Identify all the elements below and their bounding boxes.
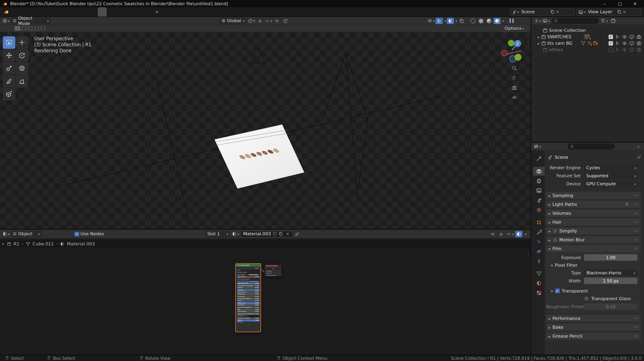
dropdown[interactable]: Cycles: [584, 164, 638, 171]
remove-view-layer-icon[interactable]: ×: [621, 10, 627, 14]
transparent-checkbox[interactable]: [555, 288, 560, 293]
transparent-subpanel[interactable]: Transparent: [546, 287, 641, 295]
scene-selector[interactable]: Scene ×: [510, 8, 575, 16]
properties-options-dropdown[interactable]: [637, 144, 642, 149]
panel-header[interactable]: Motion Blur: [546, 236, 641, 243]
tool-rotate[interactable]: [16, 49, 28, 62]
shader-overlays-dropdown[interactable]: [524, 231, 526, 237]
copy-material-icon[interactable]: [279, 232, 283, 236]
outliner-row-scene-collection[interactable]: Scene Collection: [533, 27, 644, 33]
shading-dropdown[interactable]: [502, 18, 504, 23]
outliner-search-input[interactable]: [551, 18, 599, 24]
tab-view-layer[interactable]: [533, 186, 545, 195]
ortho-grid-icon[interactable]: [511, 94, 518, 101]
select-mode-new-button[interactable]: [14, 26, 21, 31]
tool-add-cube[interactable]: [3, 88, 15, 100]
tab-material[interactable]: [533, 279, 545, 288]
panel-header[interactable]: Volumes: [546, 210, 641, 217]
drag-handle-icon[interactable]: [634, 228, 638, 233]
drag-handle-icon[interactable]: [634, 220, 638, 224]
node-canvas[interactable]: ▸ R1 › Cube.011 › Material.003 Principle…: [0, 239, 530, 355]
auto-offset-icon[interactable]: [489, 231, 496, 237]
new-collection-icon[interactable]: [609, 18, 617, 24]
disable-render-camera-icon[interactable]: [636, 47, 642, 52]
shading-rendered-button[interactable]: [493, 18, 501, 24]
tab-modifiers[interactable]: [533, 228, 545, 237]
select-mode-invert-button[interactable]: [34, 26, 40, 31]
snap-target-dropdown[interactable]: [265, 18, 272, 24]
properties-search-input[interactable]: [568, 143, 615, 149]
tab-output[interactable]: [533, 176, 545, 185]
node-socket-row[interactable]: GGX: [237, 270, 260, 272]
node-socket-row[interactable]: Alpha 1.000: [237, 320, 260, 322]
expand-icon[interactable]: [538, 41, 540, 46]
tool-annotate[interactable]: [3, 75, 15, 87]
mode-dropdown[interactable]: Object Mode: [10, 18, 51, 24]
node-socket-row[interactable]: Normal: [237, 322, 260, 324]
pin-icon[interactable]: [295, 232, 299, 237]
panel-header[interactable]: Light Paths: [546, 201, 641, 208]
shading-solid-button[interactable]: [477, 18, 485, 24]
filter-width-slider[interactable]: 1.50 px: [584, 278, 638, 284]
node-output-socket[interactable]: BSDF: [237, 268, 260, 270]
node-socket-row[interactable]: Anisotropic Rotation 0.000: [237, 298, 260, 300]
outliner-row-lits-cam-bg[interactable]: lits cam BG 2 ✓: [533, 40, 644, 46]
minimize-button[interactable]: –: [601, 2, 608, 6]
xray-toggle[interactable]: [458, 18, 465, 24]
roughness-threshold-slider[interactable]: 0.10: [584, 303, 638, 310]
workspace-tab[interactable]: [54, 7, 62, 17]
view-layer-selector[interactable]: View Layer ×: [576, 8, 642, 16]
snap-grid-dropdown[interactable]: [506, 231, 514, 237]
node-socket-row[interactable]: Transmission 0.000: [237, 311, 260, 313]
select-mode-subtract-button[interactable]: [27, 26, 33, 31]
disable-render-camera-icon[interactable]: [636, 41, 642, 46]
panel-header[interactable]: Sampling: [546, 192, 641, 199]
proportional-editing-icon[interactable]: [273, 18, 281, 24]
output-target-dropdown[interactable]: All: [266, 268, 281, 270]
material-slot-dropdown[interactable]: Slot 1: [205, 231, 230, 237]
selectable-cursor-icon[interactable]: [615, 41, 620, 46]
display-mode-dropdown[interactable]: [543, 18, 550, 24]
workspace-tab[interactable]: [71, 7, 80, 17]
tab-render[interactable]: [533, 167, 545, 176]
node-socket-row[interactable]: Anisotropic 0.000: [237, 296, 260, 298]
drag-handle-icon[interactable]: [634, 193, 638, 198]
close-button[interactable]: ✕: [632, 2, 638, 6]
camera-view-icon[interactable]: [511, 84, 518, 91]
tool-transform[interactable]: [16, 62, 28, 75]
unlink-material-icon[interactable]: ×: [285, 232, 290, 236]
pin-id-icon[interactable]: [637, 155, 642, 160]
tab-object-data[interactable]: [533, 269, 545, 278]
filter-funnel-icon[interactable]: [601, 18, 608, 24]
pixel-filter-subpanel[interactable]: Pixel Filter: [546, 261, 641, 269]
expand-icon[interactable]: ▸: [2, 242, 4, 246]
use-nodes-checkbox[interactable]: [74, 232, 79, 237]
panel-header[interactable]: Bake: [546, 324, 641, 331]
exposure-slider[interactable]: 1.00: [584, 254, 638, 261]
tab-texture[interactable]: [533, 288, 545, 297]
node-socket-row[interactable]: Clearcoat Roughness 0.030: [237, 307, 260, 309]
use-nodes-toggle[interactable]: Use Nodes: [72, 231, 106, 237]
hide-viewport-eye-icon[interactable]: [622, 34, 627, 39]
panel-header[interactable]: Grease Pencil: [546, 332, 641, 340]
falloff-curve-icon[interactable]: [282, 18, 289, 24]
panel-checkbox[interactable]: [553, 228, 557, 233]
tool-cursor[interactable]: [16, 36, 28, 49]
workspace-tab[interactable]: [89, 7, 98, 17]
swatch-plane[interactable]: [215, 124, 304, 189]
tab-particles[interactable]: [533, 237, 545, 246]
selectable-cursor-icon[interactable]: [615, 34, 620, 39]
expand-icon[interactable]: [538, 34, 540, 39]
drag-handle-icon[interactable]: [634, 316, 638, 321]
panel-checkbox[interactable]: [553, 237, 557, 242]
drag-handle-icon[interactable]: [634, 325, 638, 330]
node-socket-row[interactable]: Sheen 0.000: [237, 300, 260, 302]
editor-type-outliner-icon[interactable]: [534, 18, 541, 24]
sidebar-toggle-icon[interactable]: ‹: [527, 39, 529, 44]
panel-header[interactable]: Simplify: [546, 227, 641, 234]
pause-render-button[interactable]: [508, 18, 515, 24]
node-socket-row[interactable]: Roughness 0.500: [237, 293, 260, 295]
fake-user-shield-icon[interactable]: [272, 232, 277, 236]
dropdown[interactable]: Supported: [584, 172, 638, 179]
outliner-row-others[interactable]: others: [533, 46, 644, 53]
